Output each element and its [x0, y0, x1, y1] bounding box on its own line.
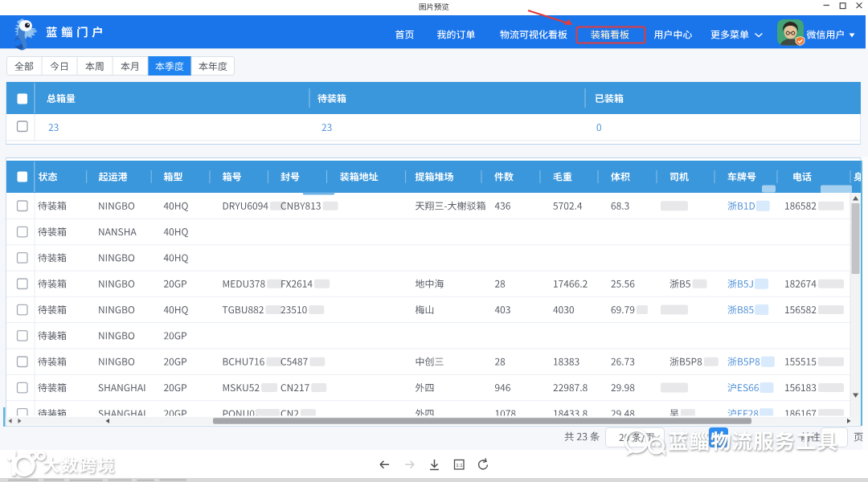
svg-text:1:1: 1:1: [456, 463, 463, 468]
